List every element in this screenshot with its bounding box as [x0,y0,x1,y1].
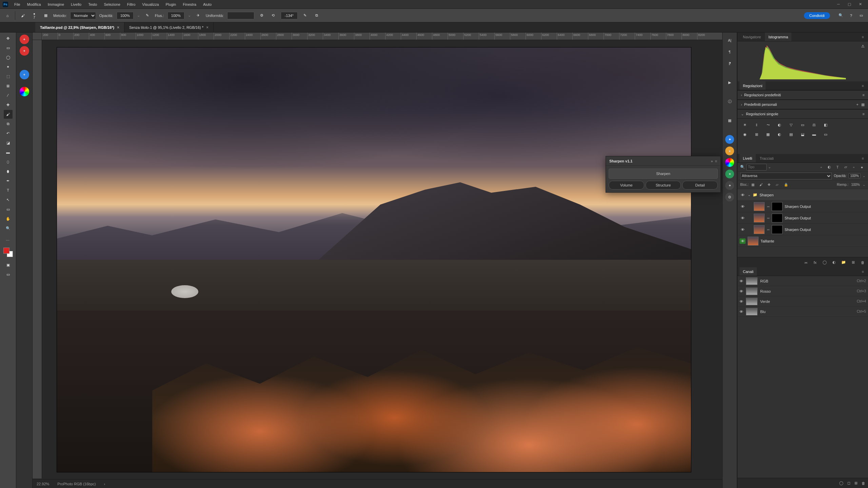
move-tool[interactable]: ✥ [4,34,13,43]
new-adj-icon[interactable]: ◐ [831,260,837,265]
symmetry-icon[interactable]: ⧉ [313,12,321,20]
menu-file[interactable]: File [11,0,24,8]
curves-adj-icon[interactable]: ⤳ [764,121,772,128]
sharpen-tab-volume[interactable]: Volume [609,181,644,190]
plugin-icon-5[interactable]: ✦ [725,181,734,190]
levels-adj-icon[interactable]: ⫴ [752,121,761,128]
menu-view[interactable]: Visualizza [139,0,162,8]
collapse-icon[interactable]: » [711,159,713,163]
plugin-icon-1[interactable]: ✦ [725,135,734,144]
brightness-adj-icon[interactable]: ☀ [741,121,749,128]
filter-dropdown-icon[interactable]: ⌄ [768,165,771,169]
layer-filter-input[interactable] [746,164,767,171]
opacity-input[interactable]: 100% [117,12,134,19]
color-lookup-adj-icon[interactable]: ▦ [764,131,772,138]
visibility-icon[interactable]: 👁 [739,289,743,293]
pressure-opacity-icon[interactable]: ✎ [143,12,152,20]
plugin-red-icon[interactable]: ✦ [20,35,29,44]
layer-sharpen-output-1[interactable]: 👁 ⫘ Sharpen Output [737,201,868,212]
lock-artboard-icon[interactable]: ▱ [776,183,781,187]
shape-tool[interactable]: ▭ [4,205,13,214]
ruler-horizontal[interactable]: 2000200400600800100012001400160018002000… [42,33,722,40]
panel-menu-icon[interactable]: ≡ [860,84,866,88]
help-icon[interactable]: ? [848,12,854,19]
status-arrow-icon[interactable]: › [104,482,105,486]
frame-tool[interactable]: ⊠ [4,81,13,90]
brush-preset[interactable]: ●7 [30,12,38,20]
visibility-icon[interactable]: 👁 [739,204,746,209]
plugin-blue-icon[interactable]: ✦ [20,70,29,79]
visibility-icon[interactable]: 👁 [739,310,743,314]
layer-thumbnail[interactable] [754,202,765,211]
visibility-icon[interactable]: 👁 [739,216,746,220]
paragraph-panel-icon[interactable]: ¶ [725,47,734,56]
visibility-icon[interactable]: 👁 [739,299,743,304]
load-selection-icon[interactable]: ◯ [839,481,843,485]
photo-filter-adj-icon[interactable]: ◉ [741,131,749,138]
eyedropper-tool[interactable]: ⁄ [4,91,13,100]
tab-document-2[interactable]: Senza titolo-1 @ 95,1% (Livello 2, RGB/1… [124,22,214,32]
gradient-map-adj-icon[interactable]: ▬ [810,131,818,138]
zoom-value[interactable]: 22.92% [37,482,49,486]
invert-adj-icon[interactable]: ◐ [775,131,784,138]
sharpen-main-button[interactable]: Sharpen [609,169,718,179]
smoothing-options-icon[interactable]: ⚙ [258,12,266,20]
lock-paint-icon[interactable]: 🖌 [760,183,765,187]
delete-icon[interactable]: 🗑 [862,481,865,485]
new-group-icon[interactable]: 📁 [841,260,846,265]
filter-toggle-icon[interactable]: ● [859,164,865,170]
layers-panel-icon[interactable]: ▦ [725,116,734,125]
tab-layers[interactable]: Livelli [739,154,756,162]
bw-adj-icon[interactable]: ◧ [822,121,830,128]
link-icon[interactable]: ⫘ [767,228,770,231]
plugin-icon-2[interactable]: ● [725,147,734,155]
layer-mask[interactable] [772,225,783,234]
layer-taillante[interactable]: 👁 Taillante [737,235,868,247]
layer-fill-input[interactable]: 100% [851,183,860,187]
visibility-icon[interactable]: 👁 [739,228,746,232]
blur-tool[interactable]: ⬯ [4,157,13,166]
flow-dropdown[interactable]: ⌄ [188,13,191,18]
warning-icon[interactable]: ⚠ [861,44,865,48]
heal-tool[interactable]: ✚ [4,100,13,109]
blend-mode-select[interactable]: Attraversa [740,173,832,179]
hue-adj-icon[interactable]: ▭ [798,121,807,128]
layer-mask[interactable] [772,202,783,211]
preset-adjustments-header[interactable]: › Regolazioni predefiniti ≡ [737,90,868,100]
crop-tool[interactable]: ⬚ [4,72,13,81]
smoothing-input[interactable] [227,12,254,19]
angle-input[interactable]: -134° [281,12,298,19]
flow-input[interactable]: 100% [167,12,184,19]
dodge-tool[interactable]: ⬮ [4,167,13,176]
glyph-panel-icon[interactable]: ⁋ [725,59,734,68]
sharpen-plugin-panel[interactable]: Sharpen v1.1 »≡ Sharpen Volume Structure… [606,156,721,193]
layer-thumbnail[interactable] [754,225,765,234]
panel-menu-icon[interactable]: ≡ [860,270,866,274]
brush-tool[interactable]: 🖌 [4,110,13,119]
threshold-adj-icon[interactable]: ⬓ [798,131,807,138]
plugin-icon-4[interactable]: ✦ [725,170,734,178]
filter-smart-icon[interactable]: ▫ [850,164,857,170]
tab-adjustments[interactable]: Regolazioni [739,81,766,90]
layer-group-sharpen[interactable]: 👁 ⌄ 📁 Sharpen [737,189,868,201]
visibility-icon[interactable]: 👁 [739,238,746,244]
channel-mixer-adj-icon[interactable]: ⊞ [752,131,761,138]
info-panel-icon[interactable]: ⓘ [725,97,734,106]
grid-view-icon[interactable]: ▦ [861,102,865,107]
posterize-adj-icon[interactable]: ▤ [787,131,795,138]
fill-dropdown[interactable]: ⌄ [863,183,865,187]
single-adjustments-header[interactable]: ⌄ Regolazioni singole ≡ [737,109,868,119]
menu-edit[interactable]: Modifica [24,0,44,8]
tab-navigator[interactable]: Navigatore [739,33,764,41]
menu-window[interactable]: Finestra [179,0,200,8]
layer-sharpen-output-2[interactable]: 👁 ⫘ Sharpen Output [737,212,868,224]
lock-pixels-icon[interactable]: ▦ [751,183,757,187]
filter-shape-icon[interactable]: ▱ [842,164,849,170]
sharpen-panel-header[interactable]: Sharpen v1.1 »≡ [606,156,721,166]
channel-red[interactable]: 👁RossoCtrl+3 [737,286,868,296]
vibrance-adj-icon[interactable]: ▽ [787,121,795,128]
airbrush-icon[interactable]: ✈ [194,12,202,20]
visibility-icon[interactable]: 👁 [739,279,743,283]
gradient-tool[interactable]: ▬ [4,148,13,157]
pen-tool[interactable]: ✒ [4,176,13,185]
